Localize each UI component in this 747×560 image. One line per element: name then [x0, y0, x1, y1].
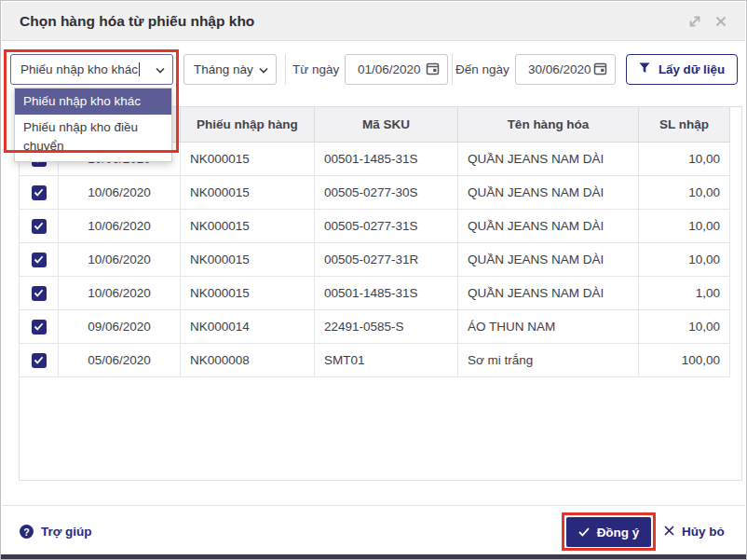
table-row: 05/06/2020NK000008SMT01Sơ mi trắng100,00 — [20, 344, 730, 377]
row-checkbox[interactable] — [32, 286, 47, 301]
receipt-cell: NK000015 — [181, 143, 315, 176]
sku-cell: 00505-0277-31S — [315, 210, 458, 243]
name-cell: QUẦN JEANS NAM DÀI — [458, 277, 639, 310]
fetch-data-label: Lấy dữ liệu — [659, 62, 725, 76]
sku-cell: 00501-1485-31S — [315, 143, 458, 176]
qty-cell: 100,00 — [639, 344, 730, 377]
row-checkbox[interactable] — [32, 253, 47, 267]
filter-separator — [452, 54, 453, 85]
expand-icon[interactable] — [687, 14, 702, 29]
qty-cell: 10,00 — [639, 176, 730, 210]
chevron-down-icon — [156, 62, 165, 76]
receipt-cell: NK000015 — [181, 243, 315, 277]
period-select[interactable]: Tháng này — [183, 54, 277, 85]
name-cell: QUẦN JEANS NAM DÀI — [458, 143, 639, 176]
header-qty[interactable]: SL nhập — [639, 107, 730, 142]
checkbox-cell — [20, 310, 59, 344]
period-value: Tháng này — [194, 62, 255, 76]
dropdown-option[interactable]: Phiếu nhập kho khác — [15, 89, 171, 115]
footer-divider — [2, 505, 745, 506]
close-icon[interactable] — [713, 14, 728, 29]
header-name[interactable]: Tên hàng hóa — [458, 107, 639, 142]
table-row: 10/06/2020NK00001500501-1485-31SQUẦN JEA… — [20, 277, 730, 310]
check-icon — [578, 526, 590, 540]
receipt-cell: NK000015 — [181, 277, 315, 310]
row-checkbox[interactable] — [32, 219, 47, 234]
qty-cell: 10,00 — [639, 310, 730, 344]
name-cell: Sơ mi trắng — [458, 344, 639, 377]
calendar-icon[interactable] — [593, 61, 607, 78]
to-date-label: Đến ngày — [455, 54, 509, 85]
checkbox-cell — [20, 210, 59, 243]
to-date-input[interactable]: 30/06/2020 — [515, 54, 616, 85]
dialog-title: Chọn hàng hóa từ phiếu nhập kho — [20, 2, 254, 41]
from-date-value: 01/06/2020 — [358, 62, 426, 76]
cancel-button[interactable]: Hủy bỏ — [664, 516, 725, 547]
text-caret — [139, 62, 140, 76]
chevron-down-icon — [259, 62, 268, 76]
header-sku[interactable]: Mã SKU — [315, 107, 458, 142]
date-cell: 05/06/2020 — [59, 344, 181, 377]
sku-cell: 00501-1485-31S — [315, 277, 458, 310]
header-receipt[interactable]: Phiếu nhập hàng — [181, 107, 315, 142]
sku-cell: 00505-0277-30S — [315, 176, 458, 210]
receipt-cell: NK000014 — [181, 310, 315, 344]
filter-funnel-icon — [639, 62, 650, 76]
receipt-cell: NK000015 — [181, 176, 315, 210]
dialog-titlebar: Chọn hàng hóa từ phiếu nhập kho — [2, 2, 745, 41]
name-cell: QUẦN JEANS NAM DÀI — [458, 243, 639, 277]
checkbox-cell — [20, 277, 59, 310]
sku-cell: 00505-0277-31R — [315, 243, 458, 277]
date-cell: 10/06/2020 — [59, 243, 181, 277]
table-body: 10/06/2020NK00001500501-1485-31SQUẦN JEA… — [20, 143, 741, 377]
dropdown-option[interactable]: Phiếu nhập kho điều chuyển — [15, 115, 171, 159]
qty-cell: 10,00 — [639, 143, 730, 176]
row-checkbox[interactable] — [32, 185, 47, 200]
to-date-value: 30/06/2020 — [528, 62, 593, 76]
checkbox-cell — [20, 176, 59, 210]
checkbox-cell — [20, 344, 59, 377]
help-label: Trợ giúp — [41, 525, 92, 539]
date-cell: 10/06/2020 — [59, 176, 181, 210]
from-date-label: Từ ngày — [292, 54, 339, 85]
cancel-label: Hủy bỏ — [682, 525, 725, 539]
table-row: 10/06/2020NK00001500505-0277-30SQUẦN JEA… — [20, 176, 730, 210]
from-date-input[interactable]: 01/06/2020 — [345, 54, 448, 85]
help-question-icon: ? — [20, 525, 34, 539]
source-type-value: Phiếu nhập kho khác — [20, 62, 152, 76]
date-cell: 10/06/2020 — [59, 277, 181, 310]
name-cell: QUẦN JEANS NAM DÀI — [458, 176, 639, 210]
source-type-select[interactable]: Phiếu nhập kho khác — [10, 54, 173, 85]
source-dropdown-list: Phiếu nhập kho khácPhiếu nhập kho điều c… — [14, 88, 172, 162]
qty-cell: 10,00 — [639, 210, 730, 243]
row-checkbox[interactable] — [32, 353, 47, 368]
filter-separator — [285, 54, 286, 85]
table-row: 10/06/2020NK00001500505-0277-31SQUẦN JEA… — [20, 210, 730, 243]
calendar-icon[interactable] — [426, 61, 440, 78]
table-row: 09/06/2020NK00001422491-0585-SÁO THUN NA… — [20, 310, 730, 344]
date-cell: 10/06/2020 — [59, 210, 181, 243]
sku-cell: 22491-0585-S — [315, 310, 458, 344]
sku-cell: SMT01 — [315, 344, 458, 377]
table-row: 10/06/2020NK00001500505-0277-31RQUẦN JEA… — [20, 243, 730, 277]
ok-button[interactable]: Đồng ý — [566, 517, 651, 547]
dialog-bottom-edge — [1, 554, 746, 559]
qty-cell: 10,00 — [639, 243, 730, 277]
date-cell: 09/06/2020 — [59, 310, 181, 344]
help-link[interactable]: ? Trợ giúp — [20, 516, 92, 547]
fetch-data-button[interactable]: Lấy dữ liệu — [626, 54, 738, 85]
name-cell: QUẦN JEANS NAM DÀI — [458, 210, 639, 243]
select-goods-dialog: Chọn hàng hóa từ phiếu nhập kho Phiếu nh… — [0, 0, 747, 560]
receipt-cell: NK000015 — [181, 210, 315, 243]
checkbox-cell — [20, 243, 59, 277]
row-checkbox[interactable] — [32, 320, 47, 335]
qty-cell: 1,00 — [639, 277, 730, 310]
receipt-cell: NK000008 — [181, 344, 315, 377]
x-icon — [664, 525, 674, 539]
ok-label: Đồng ý — [597, 526, 640, 540]
goods-table: Phiếu nhập hàng Mã SKU Tên hàng hóa SL n… — [19, 106, 742, 481]
name-cell: ÁO THUN NAM — [458, 310, 639, 344]
